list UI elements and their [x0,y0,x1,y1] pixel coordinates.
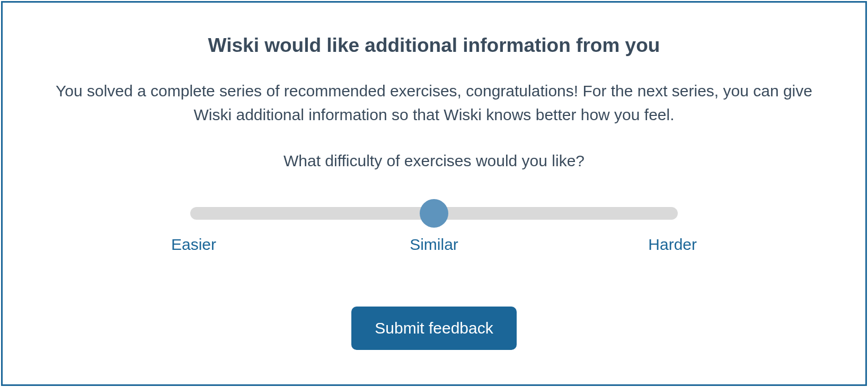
slider-label-harder: Harder [633,236,697,254]
difficulty-slider-thumb[interactable] [420,199,448,228]
slider-label-easier: Easier [171,236,235,254]
difficulty-question: What difficulty of exercises would you l… [29,152,839,170]
dialog-title: Wiski would like additional information … [29,34,839,57]
difficulty-slider[interactable] [190,207,678,220]
submit-feedback-button[interactable]: Submit feedback [351,307,516,350]
slider-labels: Easier Similar Harder [169,236,699,254]
slider-label-similar: Similar [402,236,466,254]
feedback-dialog: Wiski would like additional information … [1,1,867,386]
difficulty-slider-container: Easier Similar Harder [169,207,699,254]
dialog-description: You solved a complete series of recommen… [37,79,831,127]
